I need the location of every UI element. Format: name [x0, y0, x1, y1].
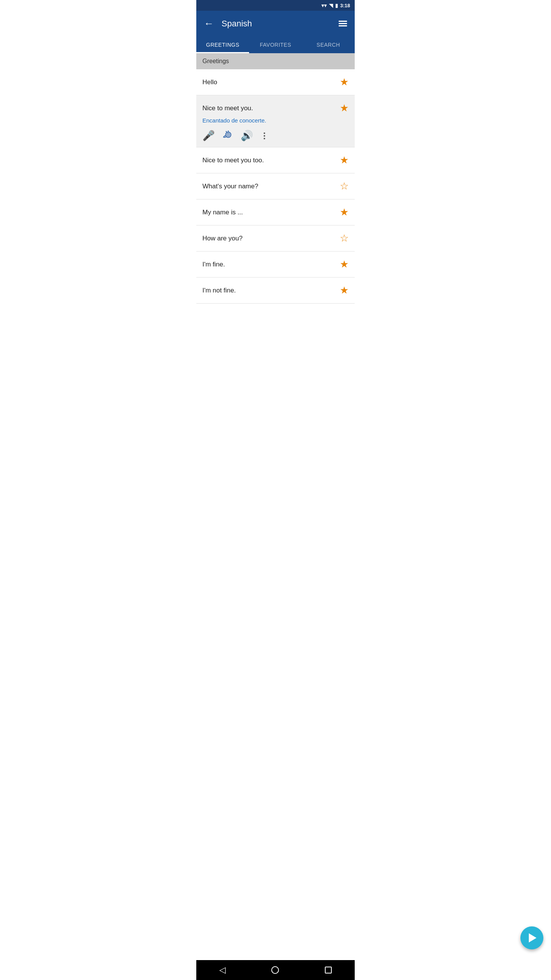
section-header-greetings: Greetings: [196, 53, 355, 69]
list-item: Nice to meet you. ★ Encantado de conocer…: [196, 95, 355, 147]
star-icon-my-name-is[interactable]: ★: [340, 206, 349, 218]
signal-icon: ◥: [329, 3, 333, 8]
nav-home-button[interactable]: [271, 966, 279, 974]
svg-point-4: [226, 131, 227, 132]
app-header: ← Spanish: [196, 11, 355, 36]
list-item-how-are-you[interactable]: How are you? ☆: [196, 225, 355, 251]
star-icon-im-not-fine[interactable]: ★: [340, 284, 349, 296]
svg-point-6: [228, 131, 228, 131]
list-item-whats-your-name[interactable]: What's your name? ☆: [196, 173, 355, 199]
battery-icon: ▮: [335, 3, 338, 8]
list-item-my-name-is[interactable]: My name is ... ★: [196, 199, 355, 225]
star-icon-how-are-you[interactable]: ☆: [340, 232, 349, 244]
list-item: How are you? ☆: [196, 225, 355, 252]
list-item: Nice to meet you too. ★: [196, 147, 355, 173]
list-item: My name is ... ★: [196, 199, 355, 225]
item-controls: 🎤: [196, 127, 355, 147]
more-options-icon[interactable]: [261, 131, 268, 140]
star-icon-nice-to-meet-you[interactable]: ★: [340, 102, 349, 114]
back-button[interactable]: ←: [202, 16, 215, 31]
mic-icon[interactable]: 🎤: [202, 130, 215, 142]
status-bar: ▾▾ ◥ ▮ 3:18: [196, 0, 355, 11]
menu-button[interactable]: [337, 19, 349, 28]
tab-bar: GREETINGS FAVORITES SEARCH: [196, 36, 355, 53]
star-icon-hello[interactable]: ★: [340, 76, 349, 88]
list-item: What's your name? ☆: [196, 173, 355, 199]
list-item-nice-to-meet-you: Nice to meet you. ★ Encantado de conocer…: [196, 95, 355, 147]
nav-recents-button[interactable]: [325, 967, 332, 973]
status-time: 3:18: [340, 3, 350, 8]
wifi-icon: ▾▾: [321, 3, 327, 8]
volume-icon[interactable]: 🔊: [241, 130, 253, 142]
list-item-hello[interactable]: Hello ★: [196, 69, 355, 95]
translation-text: Encantado de conocerte.: [196, 117, 355, 127]
menu-lines-icon: [339, 21, 347, 26]
tab-greetings[interactable]: GREETINGS: [196, 36, 249, 53]
nav-back-button[interactable]: ◁: [219, 965, 226, 975]
star-icon-whats-your-name[interactable]: ☆: [340, 180, 349, 192]
back-arrow-icon: ←: [204, 18, 214, 29]
list-item: I'm not fine. ★: [196, 278, 355, 304]
list-item-im-fine[interactable]: I'm fine. ★: [196, 252, 355, 277]
star-icon-nice-to-meet-you-too[interactable]: ★: [340, 154, 349, 166]
android-nav-bar: ◁: [196, 960, 355, 980]
tab-favorites[interactable]: FAVORITES: [249, 36, 302, 53]
list-item: I'm fine. ★: [196, 252, 355, 278]
content-area: Greetings Hello ★ Nice to meet you. ★ En…: [196, 53, 355, 350]
list-item-nice-to-meet-you-too[interactable]: Nice to meet you too. ★: [196, 147, 355, 173]
tab-search[interactable]: SEARCH: [302, 36, 355, 53]
slow-icon[interactable]: [222, 131, 233, 141]
list-item-im-not-fine[interactable]: I'm not fine. ★: [196, 278, 355, 303]
page-title: Spanish: [222, 19, 331, 29]
star-icon-im-fine[interactable]: ★: [340, 258, 349, 270]
list-item: Hello ★: [196, 69, 355, 95]
svg-point-2: [228, 134, 229, 135]
